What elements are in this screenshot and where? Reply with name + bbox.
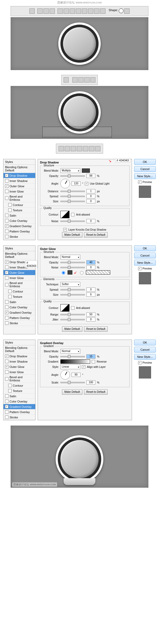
solid-color-radio[interactable] — [62, 271, 65, 275]
outer-glow-item[interactable]: Outer Glow — [3, 364, 35, 369]
angle-input[interactable]: 90 — [72, 373, 81, 377]
stroke-item[interactable]: Stroke — [3, 234, 35, 239]
ok-button[interactable]: OK — [134, 159, 156, 165]
spread-slider[interactable] — [60, 196, 85, 197]
jitter-input[interactable]: 0 — [86, 317, 95, 322]
ok-button[interactable]: OK — [134, 245, 156, 251]
spread-input[interactable]: 0 — [86, 287, 95, 292]
add-selection-icon[interactable] — [78, 77, 83, 83]
marquee-icon[interactable] — [64, 77, 69, 83]
preview-checkbox[interactable] — [138, 361, 142, 364]
new-style-button[interactable]: New Style... — [134, 173, 156, 179]
reverse-checkbox[interactable] — [92, 360, 95, 363]
drop-shadow-item[interactable]: Drop Shadow — [3, 173, 35, 178]
antialiased-checkbox[interactable] — [71, 213, 74, 216]
scale-input[interactable]: 100 — [86, 380, 95, 385]
ellipse-icon[interactable] — [82, 8, 87, 14]
texture-item[interactable]: Texture — [3, 294, 35, 299]
spread-input[interactable]: 0 — [86, 194, 95, 198]
glow-gradient-picker[interactable] — [86, 270, 110, 275]
size-slider[interactable] — [60, 201, 85, 202]
reset-default-button[interactable]: Reset to Default — [84, 232, 108, 237]
inner-glow-item[interactable]: Inner Glow — [3, 189, 35, 194]
cancel-button[interactable]: Cancel — [134, 347, 156, 353]
line-icon[interactable] — [94, 8, 99, 14]
angle-dial[interactable] — [60, 370, 70, 380]
color-overlay-item[interactable]: Color Overlay — [3, 305, 35, 310]
preview-checkbox[interactable] — [138, 180, 142, 184]
custom-shape-icon[interactable] — [100, 8, 105, 14]
opacity-input[interactable]: 88 — [86, 174, 95, 178]
contour-item[interactable]: Contour — [3, 202, 35, 208]
subtract-selection-icon[interactable] — [84, 77, 89, 83]
gradient-picker[interactable] — [60, 359, 90, 364]
pattern-overlay-item[interactable]: Pattern Overlay — [3, 229, 35, 234]
mask-icon[interactable] — [71, 146, 76, 151]
cancel-button[interactable]: Cancel — [134, 166, 156, 172]
style-dropdown[interactable]: Linear — [60, 364, 80, 369]
link-layers-icon[interactable] — [59, 146, 64, 151]
pattern-overlay-item[interactable]: Pattern Overlay — [3, 315, 35, 321]
satin-item[interactable]: Satin — [3, 213, 35, 218]
gradient-overlay-item[interactable]: Gradient Overlay — [3, 223, 35, 229]
make-default-button[interactable]: Make Default — [62, 232, 82, 237]
styles-header[interactable]: Styles — [3, 159, 35, 165]
pen-icon[interactable] — [58, 8, 63, 14]
gradient-overlay-item[interactable]: Gradient Overlay — [3, 310, 35, 315]
glow-color-swatch[interactable] — [68, 270, 72, 275]
ok-button[interactable]: OK — [134, 340, 156, 345]
antialiased-checkbox[interactable] — [71, 306, 74, 310]
rectangle-icon[interactable] — [70, 8, 75, 14]
satin-item[interactable]: Satin — [3, 299, 35, 305]
blending-options-item[interactable]: Blending Options: Default — [3, 165, 35, 173]
distance-input[interactable]: 1 — [86, 189, 95, 193]
inner-glow-item[interactable]: Inner Glow — [3, 369, 35, 375]
angle-input[interactable]: 120 — [72, 181, 81, 186]
contour-picker[interactable] — [60, 211, 69, 218]
opacity-input[interactable]: 40 — [86, 260, 95, 264]
blend-mode-dropdown[interactable]: Multiply — [60, 168, 80, 173]
satin-item[interactable]: Satin — [3, 394, 35, 399]
marquee-selection[interactable] — [42, 127, 112, 137]
noise-slider[interactable] — [60, 267, 85, 268]
drop-shadow-item[interactable]: Drop Shadow — [3, 354, 35, 359]
blending-options-item[interactable]: Blending Options: Default — [3, 251, 35, 259]
noise-input[interactable]: 0 — [86, 219, 95, 223]
pen-tool-icon[interactable] — [29, 8, 35, 14]
stroke-item[interactable]: Stroke — [3, 321, 35, 326]
noise-slider[interactable] — [60, 221, 85, 222]
knockout-checkbox[interactable] — [63, 228, 67, 231]
blend-mode-dropdown[interactable]: Normal — [60, 349, 80, 354]
make-default-button[interactable]: Make Default — [62, 389, 82, 395]
reset-default-button[interactable]: Reset to Default — [84, 389, 108, 395]
inner-glow-item[interactable]: Inner Glow — [3, 275, 35, 281]
contour-item[interactable]: Contour — [3, 383, 35, 388]
spread-slider[interactable] — [60, 289, 85, 290]
shape-picker[interactable] — [119, 8, 123, 13]
bevel-item[interactable]: Bevel and Emboss — [3, 194, 35, 202]
bevel-item[interactable]: Bevel and Emboss — [3, 375, 35, 383]
paths-icon[interactable] — [43, 8, 49, 14]
angle-dial[interactable] — [60, 179, 70, 188]
styles-header[interactable]: Styles — [3, 246, 35, 251]
jitter-slider[interactable] — [60, 319, 85, 320]
rounded-rect-icon[interactable] — [76, 8, 81, 14]
color-swatch[interactable] — [82, 168, 90, 173]
freeform-pen-icon[interactable] — [64, 8, 69, 14]
trash-icon[interactable] — [95, 146, 100, 151]
opacity-slider[interactable] — [60, 175, 85, 177]
pattern-overlay-item[interactable]: Pattern Overlay — [3, 409, 35, 415]
make-default-button[interactable]: Make Default — [62, 326, 82, 332]
outer-glow-item[interactable]: Outer Glow — [3, 184, 35, 189]
cancel-button[interactable]: Cancel — [134, 253, 156, 258]
noise-input[interactable]: 0 — [86, 265, 95, 270]
align-checkbox[interactable] — [82, 365, 85, 369]
gradient-radio[interactable] — [80, 271, 83, 275]
group-icon[interactable] — [83, 146, 88, 151]
opacity-slider[interactable] — [60, 356, 85, 357]
preview-checkbox[interactable] — [138, 267, 142, 270]
inner-shadow-item[interactable]: Inner Shadow — [3, 178, 35, 184]
color-overlay-item[interactable]: Color Overlay — [3, 218, 35, 223]
color-overlay-item[interactable]: Color Overlay — [3, 399, 35, 404]
fx-icon[interactable] — [65, 146, 70, 151]
